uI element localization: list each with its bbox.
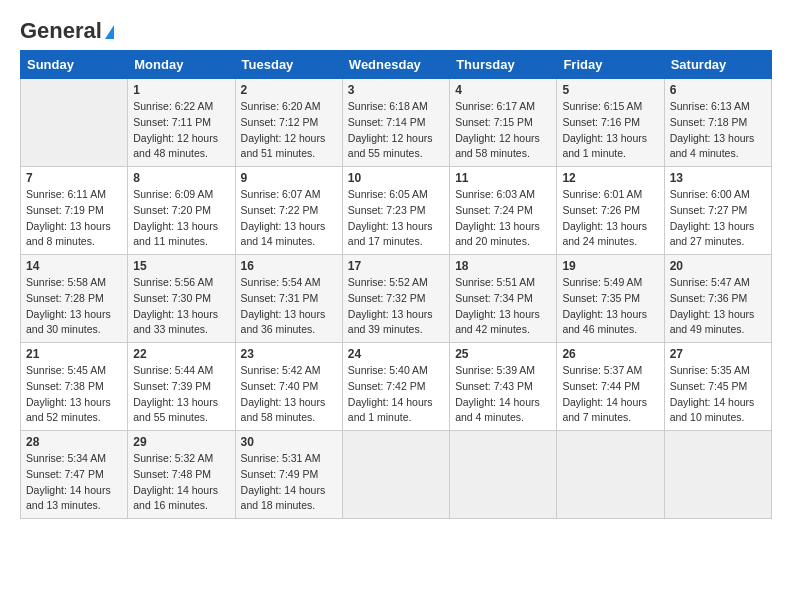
- day-number: 14: [26, 259, 122, 273]
- day-number: 17: [348, 259, 444, 273]
- calendar-week-row: 21Sunrise: 5:45 AM Sunset: 7:38 PM Dayli…: [21, 343, 772, 431]
- day-number: 21: [26, 347, 122, 361]
- calendar-day-cell: [342, 431, 449, 519]
- calendar-day-cell: 11Sunrise: 6:03 AM Sunset: 7:24 PM Dayli…: [450, 167, 557, 255]
- day-number: 15: [133, 259, 229, 273]
- day-number: 19: [562, 259, 658, 273]
- calendar-day-cell: 3Sunrise: 6:18 AM Sunset: 7:14 PM Daylig…: [342, 79, 449, 167]
- calendar-day-cell: 5Sunrise: 6:15 AM Sunset: 7:16 PM Daylig…: [557, 79, 664, 167]
- day-info: Sunrise: 5:40 AM Sunset: 7:42 PM Dayligh…: [348, 363, 444, 426]
- day-number: 5: [562, 83, 658, 97]
- day-info: Sunrise: 6:15 AM Sunset: 7:16 PM Dayligh…: [562, 99, 658, 162]
- day-number: 22: [133, 347, 229, 361]
- day-info: Sunrise: 6:05 AM Sunset: 7:23 PM Dayligh…: [348, 187, 444, 250]
- day-info: Sunrise: 6:07 AM Sunset: 7:22 PM Dayligh…: [241, 187, 337, 250]
- calendar-day-cell: 7Sunrise: 6:11 AM Sunset: 7:19 PM Daylig…: [21, 167, 128, 255]
- day-info: Sunrise: 5:49 AM Sunset: 7:35 PM Dayligh…: [562, 275, 658, 338]
- weekday-header-sunday: Sunday: [21, 51, 128, 79]
- weekday-header-thursday: Thursday: [450, 51, 557, 79]
- day-number: 25: [455, 347, 551, 361]
- day-number: 11: [455, 171, 551, 185]
- calendar-day-cell: 18Sunrise: 5:51 AM Sunset: 7:34 PM Dayli…: [450, 255, 557, 343]
- day-number: 4: [455, 83, 551, 97]
- calendar-day-cell: 13Sunrise: 6:00 AM Sunset: 7:27 PM Dayli…: [664, 167, 771, 255]
- calendar-week-row: 7Sunrise: 6:11 AM Sunset: 7:19 PM Daylig…: [21, 167, 772, 255]
- day-info: Sunrise: 5:35 AM Sunset: 7:45 PM Dayligh…: [670, 363, 766, 426]
- calendar-day-cell: 10Sunrise: 6:05 AM Sunset: 7:23 PM Dayli…: [342, 167, 449, 255]
- day-info: Sunrise: 5:56 AM Sunset: 7:30 PM Dayligh…: [133, 275, 229, 338]
- calendar-day-cell: 27Sunrise: 5:35 AM Sunset: 7:45 PM Dayli…: [664, 343, 771, 431]
- day-number: 3: [348, 83, 444, 97]
- day-number: 1: [133, 83, 229, 97]
- day-info: Sunrise: 5:52 AM Sunset: 7:32 PM Dayligh…: [348, 275, 444, 338]
- day-info: Sunrise: 6:11 AM Sunset: 7:19 PM Dayligh…: [26, 187, 122, 250]
- weekday-header-tuesday: Tuesday: [235, 51, 342, 79]
- day-number: 24: [348, 347, 444, 361]
- day-number: 28: [26, 435, 122, 449]
- header: General: [20, 18, 772, 40]
- day-info: Sunrise: 5:34 AM Sunset: 7:47 PM Dayligh…: [26, 451, 122, 514]
- day-number: 16: [241, 259, 337, 273]
- calendar-day-cell: [664, 431, 771, 519]
- calendar-day-cell: 20Sunrise: 5:47 AM Sunset: 7:36 PM Dayli…: [664, 255, 771, 343]
- calendar-day-cell: 15Sunrise: 5:56 AM Sunset: 7:30 PM Dayli…: [128, 255, 235, 343]
- day-info: Sunrise: 5:37 AM Sunset: 7:44 PM Dayligh…: [562, 363, 658, 426]
- calendar-day-cell: [21, 79, 128, 167]
- day-number: 18: [455, 259, 551, 273]
- day-info: Sunrise: 6:00 AM Sunset: 7:27 PM Dayligh…: [670, 187, 766, 250]
- day-number: 13: [670, 171, 766, 185]
- day-number: 10: [348, 171, 444, 185]
- day-info: Sunrise: 5:54 AM Sunset: 7:31 PM Dayligh…: [241, 275, 337, 338]
- day-info: Sunrise: 5:45 AM Sunset: 7:38 PM Dayligh…: [26, 363, 122, 426]
- calendar-day-cell: 19Sunrise: 5:49 AM Sunset: 7:35 PM Dayli…: [557, 255, 664, 343]
- day-number: 26: [562, 347, 658, 361]
- logo-general: General: [20, 18, 102, 44]
- day-info: Sunrise: 5:51 AM Sunset: 7:34 PM Dayligh…: [455, 275, 551, 338]
- calendar-day-cell: 26Sunrise: 5:37 AM Sunset: 7:44 PM Dayli…: [557, 343, 664, 431]
- day-number: 6: [670, 83, 766, 97]
- calendar-day-cell: 28Sunrise: 5:34 AM Sunset: 7:47 PM Dayli…: [21, 431, 128, 519]
- calendar-day-cell: 9Sunrise: 6:07 AM Sunset: 7:22 PM Daylig…: [235, 167, 342, 255]
- day-info: Sunrise: 5:44 AM Sunset: 7:39 PM Dayligh…: [133, 363, 229, 426]
- day-info: Sunrise: 5:39 AM Sunset: 7:43 PM Dayligh…: [455, 363, 551, 426]
- calendar-day-cell: 14Sunrise: 5:58 AM Sunset: 7:28 PM Dayli…: [21, 255, 128, 343]
- calendar-week-row: 1Sunrise: 6:22 AM Sunset: 7:11 PM Daylig…: [21, 79, 772, 167]
- day-info: Sunrise: 5:58 AM Sunset: 7:28 PM Dayligh…: [26, 275, 122, 338]
- calendar-day-cell: 30Sunrise: 5:31 AM Sunset: 7:49 PM Dayli…: [235, 431, 342, 519]
- calendar-day-cell: 21Sunrise: 5:45 AM Sunset: 7:38 PM Dayli…: [21, 343, 128, 431]
- calendar-week-row: 14Sunrise: 5:58 AM Sunset: 7:28 PM Dayli…: [21, 255, 772, 343]
- day-info: Sunrise: 6:22 AM Sunset: 7:11 PM Dayligh…: [133, 99, 229, 162]
- calendar-day-cell: 22Sunrise: 5:44 AM Sunset: 7:39 PM Dayli…: [128, 343, 235, 431]
- calendar-day-cell: 8Sunrise: 6:09 AM Sunset: 7:20 PM Daylig…: [128, 167, 235, 255]
- day-number: 2: [241, 83, 337, 97]
- calendar-table: SundayMondayTuesdayWednesdayThursdayFrid…: [20, 50, 772, 519]
- weekday-header-monday: Monday: [128, 51, 235, 79]
- calendar-day-cell: 6Sunrise: 6:13 AM Sunset: 7:18 PM Daylig…: [664, 79, 771, 167]
- day-info: Sunrise: 6:13 AM Sunset: 7:18 PM Dayligh…: [670, 99, 766, 162]
- day-info: Sunrise: 6:01 AM Sunset: 7:26 PM Dayligh…: [562, 187, 658, 250]
- calendar-day-cell: [557, 431, 664, 519]
- day-info: Sunrise: 6:17 AM Sunset: 7:15 PM Dayligh…: [455, 99, 551, 162]
- calendar-day-cell: 24Sunrise: 5:40 AM Sunset: 7:42 PM Dayli…: [342, 343, 449, 431]
- page: General SundayMondayTuesdayWednesdayThur…: [0, 0, 792, 537]
- day-info: Sunrise: 6:18 AM Sunset: 7:14 PM Dayligh…: [348, 99, 444, 162]
- calendar-day-cell: 23Sunrise: 5:42 AM Sunset: 7:40 PM Dayli…: [235, 343, 342, 431]
- day-number: 29: [133, 435, 229, 449]
- day-number: 23: [241, 347, 337, 361]
- calendar-header-row: SundayMondayTuesdayWednesdayThursdayFrid…: [21, 51, 772, 79]
- day-number: 27: [670, 347, 766, 361]
- day-info: Sunrise: 5:47 AM Sunset: 7:36 PM Dayligh…: [670, 275, 766, 338]
- calendar-day-cell: 2Sunrise: 6:20 AM Sunset: 7:12 PM Daylig…: [235, 79, 342, 167]
- calendar-week-row: 28Sunrise: 5:34 AM Sunset: 7:47 PM Dayli…: [21, 431, 772, 519]
- calendar-day-cell: 4Sunrise: 6:17 AM Sunset: 7:15 PM Daylig…: [450, 79, 557, 167]
- day-number: 8: [133, 171, 229, 185]
- day-number: 12: [562, 171, 658, 185]
- day-number: 7: [26, 171, 122, 185]
- calendar-day-cell: 29Sunrise: 5:32 AM Sunset: 7:48 PM Dayli…: [128, 431, 235, 519]
- calendar-day-cell: [450, 431, 557, 519]
- day-info: Sunrise: 6:03 AM Sunset: 7:24 PM Dayligh…: [455, 187, 551, 250]
- day-info: Sunrise: 6:20 AM Sunset: 7:12 PM Dayligh…: [241, 99, 337, 162]
- day-info: Sunrise: 6:09 AM Sunset: 7:20 PM Dayligh…: [133, 187, 229, 250]
- weekday-header-friday: Friday: [557, 51, 664, 79]
- calendar-day-cell: 17Sunrise: 5:52 AM Sunset: 7:32 PM Dayli…: [342, 255, 449, 343]
